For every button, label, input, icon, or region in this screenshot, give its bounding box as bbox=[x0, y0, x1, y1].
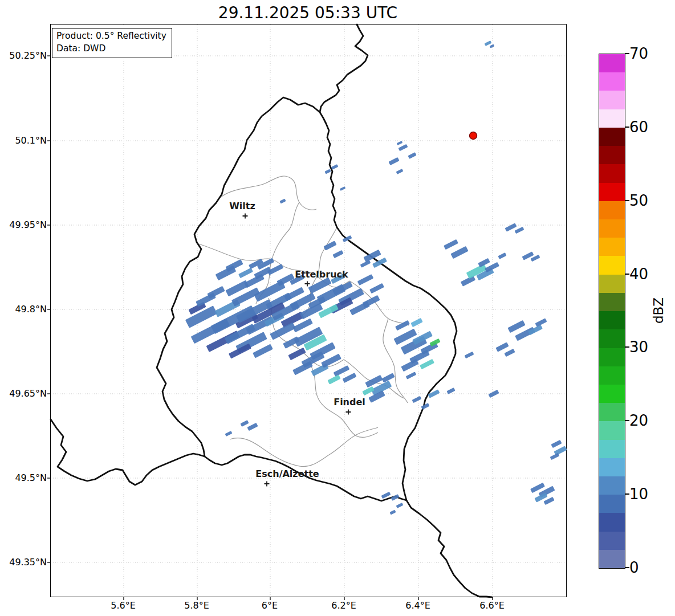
radar-site-dot bbox=[470, 132, 477, 140]
colorbar-segment bbox=[599, 476, 625, 495]
colorbar-segment bbox=[599, 109, 625, 128]
product-info-line2: Data: DWD bbox=[56, 43, 166, 55]
radar-echo-cell bbox=[207, 286, 225, 299]
radar-echo-cell bbox=[397, 141, 403, 145]
colorbar-tick-mark bbox=[625, 346, 629, 348]
colorbar-tick-mark bbox=[625, 493, 629, 495]
colorbar-segment bbox=[599, 238, 625, 256]
colorbar-segment bbox=[599, 201, 625, 219]
colorbar-segment bbox=[599, 550, 625, 568]
y-tick-label: 49.95°N bbox=[0, 219, 47, 230]
figure-title: 29.11.2025 05:33 UTC bbox=[50, 3, 566, 22]
radar-figure: 29.11.2025 05:33 UTC Product: 0.5° Refle… bbox=[0, 0, 675, 616]
radar-echo-cell bbox=[362, 386, 374, 395]
colorbar-segment bbox=[599, 495, 625, 513]
colorbar-segment bbox=[599, 256, 625, 274]
radar-echo-cell bbox=[505, 223, 517, 231]
colorbar-segment bbox=[599, 54, 625, 72]
y-tick-label: 50.25°N bbox=[0, 50, 47, 61]
x-tick-label: 6°E bbox=[247, 600, 292, 611]
radar-echo-cell bbox=[389, 510, 396, 515]
country-border-path bbox=[406, 500, 492, 597]
radar-echo-cell bbox=[461, 275, 475, 286]
radar-echo-cell bbox=[507, 320, 525, 333]
radar-echo-cell bbox=[550, 453, 560, 460]
radar-echo-cell bbox=[369, 283, 384, 293]
colorbar-segment bbox=[599, 128, 625, 146]
radar-site-marker bbox=[470, 132, 477, 140]
colorbar-tick-label: 30 bbox=[629, 338, 648, 356]
radar-echo-cell bbox=[551, 440, 562, 448]
city-marker-wiltz: Wiltz bbox=[229, 201, 255, 219]
radar-echo-cell bbox=[323, 240, 336, 250]
radar-echo-cell bbox=[321, 354, 341, 368]
radar-echo-cell bbox=[327, 374, 340, 384]
radar-echo-cell bbox=[421, 403, 429, 410]
radar-echo-cell bbox=[283, 336, 299, 349]
colorbar bbox=[599, 54, 625, 569]
colorbar-tick-mark bbox=[625, 420, 629, 421]
plus-marker-icon bbox=[243, 214, 248, 219]
y-tick-label: 50.1°N bbox=[0, 135, 47, 146]
colorbar-segment bbox=[599, 183, 625, 201]
y-tick-label: 49.35°N bbox=[0, 557, 47, 568]
colorbar-segment bbox=[599, 385, 625, 403]
product-info-line1: Product: 0.5° Reflectivity bbox=[56, 30, 166, 43]
map-canvas: WiltzEttelbruckFindelEsch/Alzette bbox=[51, 25, 566, 597]
city-marker-findel: Findel bbox=[334, 397, 365, 415]
radar-echo-cell bbox=[504, 349, 515, 357]
country-border-path bbox=[320, 25, 368, 112]
radar-echo-cell bbox=[238, 268, 253, 278]
radar-echo-cell bbox=[342, 373, 356, 383]
radar-echo-cell bbox=[399, 144, 408, 152]
product-info-box: Product: 0.5° Reflectivity Data: DWD bbox=[52, 28, 172, 58]
district-border-path bbox=[230, 427, 378, 467]
city-label: Esch/Alzette bbox=[255, 468, 319, 479]
district-border-path bbox=[383, 319, 408, 403]
x-tick-label: 6.4°E bbox=[395, 600, 441, 611]
colorbar-tick-label: 20 bbox=[629, 412, 648, 429]
colorbar-segment bbox=[599, 421, 625, 439]
radar-echo-cell bbox=[450, 246, 468, 259]
colorbar-tick-mark bbox=[625, 53, 629, 54]
colorbar-segment bbox=[599, 458, 625, 476]
x-tick-label: 6.6°E bbox=[469, 600, 515, 611]
radar-echo-cell bbox=[420, 359, 434, 369]
radar-echo-cell bbox=[498, 252, 506, 259]
radar-echo-cell bbox=[247, 423, 258, 431]
district-border-path bbox=[197, 243, 289, 268]
x-tick-label: 6.2°E bbox=[321, 600, 367, 611]
radar-echo-cell bbox=[396, 169, 404, 174]
radar-echo-cell bbox=[279, 199, 286, 204]
colorbar-segment bbox=[599, 513, 625, 531]
radar-echo-cell bbox=[495, 342, 509, 352]
plus-marker-icon bbox=[265, 482, 270, 487]
city-label: Wiltz bbox=[229, 201, 255, 211]
radar-echo-cell bbox=[240, 420, 249, 427]
radar-echo-cell bbox=[406, 372, 417, 380]
radar-echo-cell bbox=[391, 494, 399, 501]
radar-echo-cell bbox=[410, 318, 422, 327]
radar-echo-cell bbox=[357, 274, 374, 285]
map-plot-area: WiltzEttelbruckFindelEsch/Alzette bbox=[50, 24, 567, 597]
radar-echo-cell bbox=[334, 365, 350, 377]
radar-echo-cell bbox=[388, 157, 399, 165]
colorbar-segment bbox=[599, 72, 625, 91]
city-label: Findel bbox=[334, 397, 365, 407]
colorbar-tick-mark bbox=[625, 127, 629, 128]
x-tick-label: 5.8°E bbox=[174, 600, 219, 611]
colorbar-tick-mark bbox=[625, 200, 629, 201]
city-marker-esch-alzette: Esch/Alzette bbox=[255, 468, 319, 487]
colorbar-tick-label: 0 bbox=[629, 559, 639, 576]
colorbar-segment bbox=[599, 293, 625, 311]
radar-echo-cell bbox=[408, 152, 416, 159]
colorbar-tick-label: 70 bbox=[629, 45, 648, 62]
radar-echo-cell bbox=[225, 431, 233, 436]
radar-echo-cell bbox=[340, 186, 346, 191]
radar-echo-cell bbox=[446, 387, 455, 394]
colorbar-segment bbox=[599, 275, 625, 293]
colorbar-tick-mark bbox=[625, 567, 629, 568]
radar-echo-cell bbox=[331, 164, 339, 170]
colorbar-segment bbox=[599, 311, 625, 329]
colorbar-axis-label: dBZ bbox=[651, 288, 668, 333]
